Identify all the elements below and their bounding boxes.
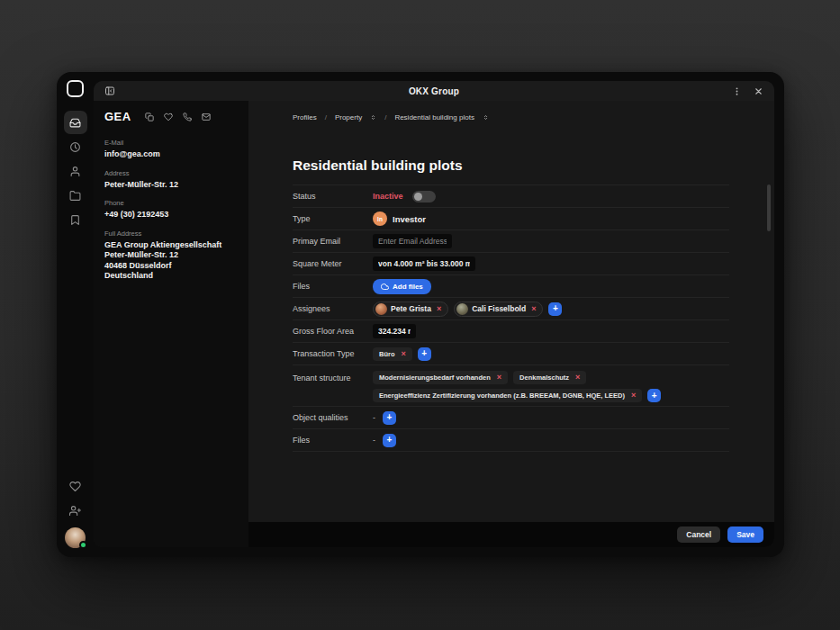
field-label: Full Address bbox=[104, 230, 238, 238]
profile-field-full-address: Full Address GEA Group Aktiengesellschaf… bbox=[104, 230, 238, 282]
save-button[interactable]: Save bbox=[727, 526, 763, 543]
cancel-button[interactable]: Cancel bbox=[677, 526, 720, 543]
heart-icon bbox=[69, 481, 81, 492]
field-label: E-Mail bbox=[104, 139, 238, 147]
company-logo: GEA bbox=[104, 110, 131, 122]
remove-chip-icon[interactable]: × bbox=[497, 374, 501, 382]
type-badge: In bbox=[373, 212, 387, 226]
copy-icon[interactable] bbox=[145, 112, 154, 122]
add-file-button[interactable]: + bbox=[383, 434, 396, 447]
assignee-chip: Cali Fisselbold × bbox=[454, 302, 543, 317]
status-value: Inactive bbox=[373, 192, 403, 201]
transaction-type-chip: Büro × bbox=[373, 347, 412, 361]
dialog-footer: Cancel Save bbox=[248, 522, 774, 547]
field-label: Square Meter bbox=[293, 259, 373, 268]
field-label: Files bbox=[293, 436, 373, 445]
field-value: +49 (30) 2192453 bbox=[104, 210, 238, 220]
field-label: Tenant structure bbox=[293, 371, 373, 382]
add-files-label: Add files bbox=[393, 283, 423, 291]
form-row-status: Status Inactive bbox=[293, 185, 729, 208]
assignee-name: Cali Fisselbold bbox=[472, 304, 526, 313]
remove-chip-icon[interactable]: × bbox=[631, 392, 636, 400]
field-label: Primay Email bbox=[293, 237, 373, 246]
profile-panel: GEA bbox=[94, 101, 248, 547]
page-title: Residential building plots bbox=[293, 158, 729, 174]
breadcrumb: Profiles / Property / Residential buildi… bbox=[293, 113, 729, 122]
field-label: Gross Floor Area bbox=[293, 327, 373, 336]
chip-label: Denkmalschutz bbox=[519, 374, 569, 382]
heart-icon[interactable] bbox=[164, 112, 173, 122]
form-rows: Status Inactive Type In Investor bbox=[293, 184, 729, 452]
remove-chip-icon[interactable]: × bbox=[575, 374, 580, 382]
breadcrumb-profiles[interactable]: Profiles bbox=[293, 113, 317, 122]
status-toggle[interactable] bbox=[412, 191, 436, 202]
remove-chip-icon[interactable]: × bbox=[402, 350, 406, 358]
remove-chip-icon[interactable]: × bbox=[437, 305, 441, 313]
remove-chip-icon[interactable]: × bbox=[531, 305, 536, 313]
tenant-structure-chips: Modernisierungsbedarf vorhanden × Denkma… bbox=[373, 371, 661, 402]
rail-item-add-contact[interactable] bbox=[64, 499, 87, 522]
sidebar-collapse-icon[interactable] bbox=[104, 86, 115, 96]
icon-rail bbox=[57, 72, 94, 557]
rail-item-bookmarks[interactable] bbox=[64, 208, 87, 231]
rail-item-inbox[interactable] bbox=[64, 111, 87, 134]
rail-item-favorites[interactable] bbox=[64, 474, 87, 498]
toggle-knob bbox=[414, 193, 422, 201]
chip-label: Modernisierungsbedarf vorhanden bbox=[379, 374, 491, 382]
clock-icon bbox=[69, 141, 81, 153]
add-assignee-button[interactable]: + bbox=[548, 302, 562, 316]
avatar bbox=[375, 303, 387, 315]
close-icon[interactable] bbox=[754, 86, 763, 96]
phone-icon[interactable] bbox=[183, 112, 192, 122]
online-status-dot bbox=[79, 541, 87, 549]
app-logo[interactable] bbox=[67, 80, 84, 97]
breadcrumb-property[interactable]: Property bbox=[335, 113, 362, 122]
user-plus-icon bbox=[69, 505, 81, 517]
user-avatar[interactable] bbox=[65, 527, 86, 548]
email-input[interactable] bbox=[373, 234, 452, 248]
profile-dialog: OKX Group GEA bbox=[94, 81, 774, 547]
field-label: Phone bbox=[104, 199, 238, 207]
profile-header: GEA bbox=[104, 110, 238, 123]
dialog-body: GEA bbox=[94, 101, 774, 547]
dialog-title: OKX Group bbox=[94, 86, 774, 96]
tenant-structure-chip: Modernisierungsbedarf vorhanden × bbox=[373, 371, 508, 384]
main-column: Profiles / Property / Residential buildi… bbox=[248, 101, 774, 547]
rail-item-contacts[interactable] bbox=[64, 159, 87, 183]
profile-actions bbox=[145, 112, 211, 122]
up-down-icon[interactable] bbox=[483, 114, 489, 121]
kebab-menu-icon[interactable] bbox=[732, 86, 742, 96]
profile-field-phone: Phone +49 (30) 2192453 bbox=[104, 199, 238, 220]
form-row-primary-email: Primay Email bbox=[293, 230, 729, 253]
folder-icon bbox=[69, 190, 81, 202]
gross-floor-area-input[interactable] bbox=[373, 324, 416, 338]
mail-icon[interactable] bbox=[202, 112, 211, 122]
field-value: GEA Group Aktiengesellschaft Peter-Mülle… bbox=[104, 240, 238, 282]
form-row-transaction-type: Transaction Type Büro × + bbox=[293, 343, 729, 365]
avatar bbox=[456, 303, 468, 315]
add-tenant-structure-button[interactable]: + bbox=[647, 389, 661, 402]
scrollbar-thumb[interactable] bbox=[767, 184, 771, 231]
field-label: Assignees bbox=[293, 304, 373, 313]
rail-item-history[interactable] bbox=[64, 135, 87, 158]
assignee-name: Pete Grista bbox=[391, 304, 431, 313]
chip-label: Büro bbox=[379, 350, 395, 358]
form-row-type: Type In Investor bbox=[293, 208, 729, 230]
breadcrumb-separator: / bbox=[384, 113, 386, 122]
add-object-quality-button[interactable]: + bbox=[383, 411, 396, 425]
dialog-titlebar: OKX Group bbox=[94, 81, 774, 101]
app-window: OKX Group GEA bbox=[57, 72, 784, 557]
breadcrumb-separator: / bbox=[325, 113, 327, 122]
profile-field-address: Address Peter-Müller-Str. 12 bbox=[104, 169, 238, 191]
add-transaction-type-button[interactable]: + bbox=[418, 347, 431, 361]
field-label: Address bbox=[104, 169, 238, 177]
rail-item-folders[interactable] bbox=[64, 184, 87, 207]
square-meter-input[interactable] bbox=[373, 256, 475, 271]
form-row-tenant-structure: Tenant structure Modernisierungsbedarf v… bbox=[293, 365, 729, 407]
breadcrumb-current[interactable]: Residential building plots bbox=[394, 113, 474, 122]
field-label: Object qualities bbox=[293, 413, 373, 422]
up-down-icon[interactable] bbox=[370, 114, 376, 121]
field-label: Transaction Type bbox=[293, 349, 373, 358]
field-label: Status bbox=[293, 192, 373, 201]
add-files-button[interactable]: Add files bbox=[373, 279, 431, 294]
